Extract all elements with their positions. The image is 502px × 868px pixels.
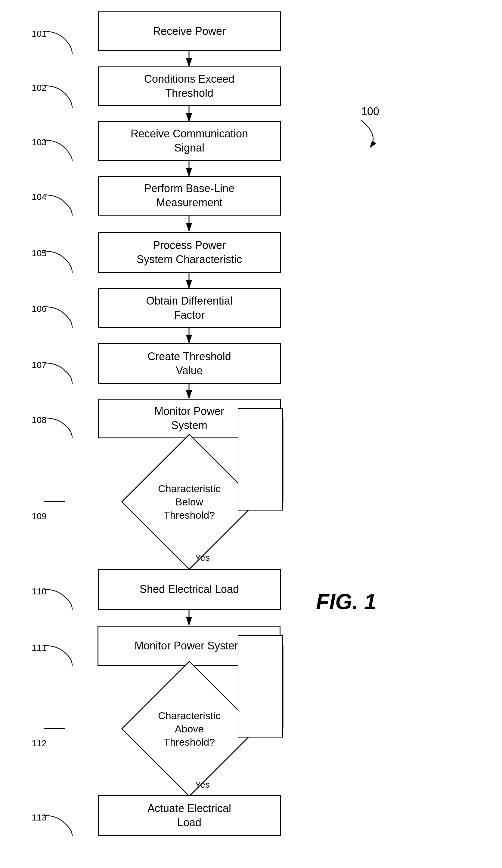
- flowchart-diagram: Receive Power Conditions ExceedThreshold…: [0, 0, 502, 868]
- box-receive-communication-signal: Receive CommunicationSignal: [98, 121, 281, 161]
- ref-113: 113: [32, 813, 47, 823]
- box-actuate-electrical-load: Actuate ElectricalLoad: [98, 795, 281, 836]
- ref-103: 103: [32, 137, 47, 147]
- ref-109: 109: [32, 511, 47, 521]
- fig-1-label: FIG. 1: [316, 589, 376, 614]
- ref-105: 105: [32, 248, 47, 258]
- box-receive-power: Receive Power: [98, 11, 281, 51]
- diamond-112-yes-label: Yes: [195, 779, 210, 790]
- box-create-threshold-value: Create ThresholdValue: [98, 343, 281, 384]
- ref-104: 104: [32, 192, 47, 202]
- ref-106: 106: [32, 304, 47, 314]
- ref-102: 102: [32, 83, 47, 93]
- diamond-109-yes-label: Yes: [195, 552, 210, 563]
- box-obtain-differential-factor: Obtain DifferentialFactor: [98, 288, 281, 328]
- no-feedback-box-109: [238, 408, 283, 510]
- ref-108: 108: [32, 415, 47, 425]
- ref-100: 100: [361, 105, 379, 118]
- no-feedback-box-112: [238, 635, 283, 737]
- ref-112: 112: [32, 738, 47, 748]
- box-conditions-exceed-threshold: Conditions ExceedThreshold: [98, 66, 281, 106]
- ref-111: 111: [32, 642, 47, 653]
- box-process-power-system-characteristic: Process PowerSystem Characteristic: [98, 232, 281, 273]
- ref-110: 110: [32, 586, 47, 597]
- ref-107: 107: [32, 360, 47, 370]
- box-perform-baseline-measurement: Perform Base-LineMeasurement: [98, 176, 281, 216]
- ref-101: 101: [32, 29, 47, 39]
- box-shed-electrical-load: Shed Electrical Load: [98, 569, 281, 610]
